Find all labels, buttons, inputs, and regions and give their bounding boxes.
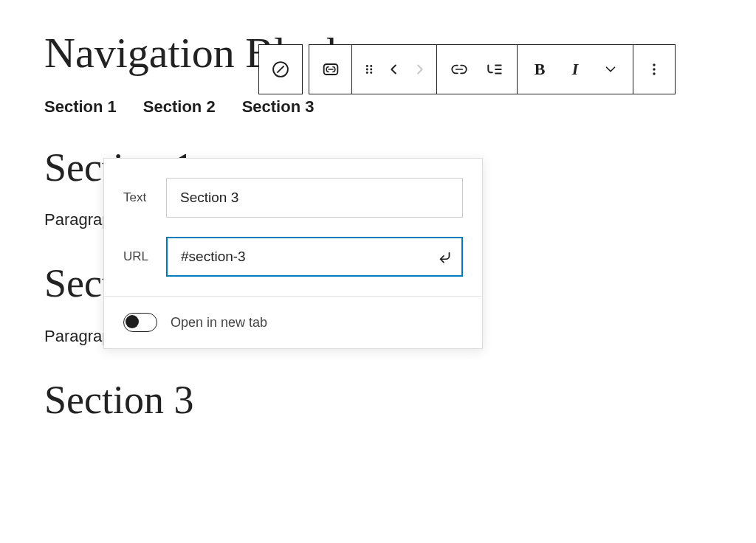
block-type-button[interactable] bbox=[259, 45, 302, 94]
url-field-label: URL bbox=[123, 249, 166, 264]
chevron-right-icon bbox=[411, 61, 427, 77]
open-new-tab-toggle[interactable] bbox=[123, 313, 157, 332]
submenu-icon bbox=[485, 60, 504, 79]
bold-icon: B bbox=[535, 60, 546, 79]
submit-link-button[interactable] bbox=[435, 247, 454, 266]
svg-point-9 bbox=[653, 63, 655, 66]
options-button[interactable] bbox=[633, 45, 675, 94]
more-vertical-icon bbox=[645, 60, 663, 78]
italic-icon: I bbox=[572, 60, 579, 79]
open-new-tab-label: Open in new tab bbox=[171, 315, 267, 331]
link-url-input[interactable] bbox=[166, 237, 463, 277]
chevron-left-icon bbox=[386, 61, 402, 77]
svg-point-8 bbox=[370, 72, 372, 74]
heading-section-3[interactable]: Section 3 bbox=[44, 378, 712, 422]
svg-point-4 bbox=[370, 65, 372, 67]
link-icon bbox=[450, 60, 469, 79]
drag-icon bbox=[361, 61, 377, 77]
nav-item-section-2[interactable]: Section 2 bbox=[143, 97, 216, 117]
drag-handle[interactable] bbox=[357, 61, 382, 77]
link-settings-popover: Text URL Open in new tab bbox=[103, 158, 483, 349]
select-parent-button[interactable] bbox=[309, 45, 352, 94]
chevron-down-icon bbox=[602, 61, 619, 77]
link-block-icon bbox=[320, 59, 341, 80]
navigation-block[interactable]: Section 1 Section 2 Section 3 bbox=[44, 97, 712, 117]
svg-point-6 bbox=[370, 69, 372, 71]
toggle-knob bbox=[126, 315, 139, 328]
bold-button[interactable]: B bbox=[522, 60, 557, 79]
move-left-button[interactable] bbox=[382, 61, 407, 77]
svg-point-5 bbox=[366, 69, 368, 71]
block-toolbar: B I bbox=[258, 44, 676, 94]
move-right-button bbox=[407, 61, 432, 77]
link-text-input[interactable] bbox=[166, 178, 463, 218]
enter-icon bbox=[435, 247, 454, 266]
navigation-link-icon bbox=[270, 59, 291, 80]
svg-point-10 bbox=[653, 68, 655, 70]
svg-point-3 bbox=[366, 65, 368, 67]
svg-point-11 bbox=[653, 72, 655, 75]
more-rich-text-button[interactable] bbox=[593, 61, 628, 77]
link-button[interactable] bbox=[441, 60, 477, 79]
svg-line-1 bbox=[277, 66, 284, 72]
nav-item-section-3[interactable]: Section 3 bbox=[242, 97, 315, 117]
italic-button[interactable]: I bbox=[557, 60, 593, 79]
nav-item-section-1[interactable]: Section 1 bbox=[44, 97, 117, 117]
text-field-label: Text bbox=[123, 190, 166, 205]
svg-point-7 bbox=[366, 72, 368, 74]
add-submenu-button[interactable] bbox=[477, 60, 512, 79]
